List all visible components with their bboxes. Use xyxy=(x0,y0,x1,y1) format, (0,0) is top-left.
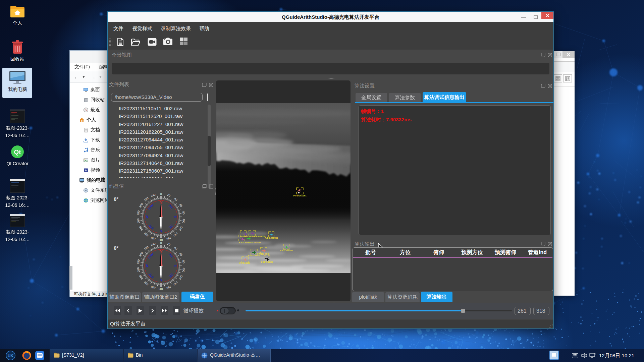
svg-text:300: 300 xyxy=(139,251,144,257)
svg-text:100: 100 xyxy=(181,267,185,273)
svg-text:P:0 D:261/261: P:0 D:261/261 xyxy=(293,195,307,197)
svg-text:Qt: Qt xyxy=(14,148,21,156)
svg-text:300: 300 xyxy=(139,202,144,208)
svg-text:160: 160 xyxy=(166,236,172,241)
svg-text:UK: UK xyxy=(8,354,14,358)
svg-text:180: 180 xyxy=(159,287,163,291)
svg-text:SW: SW xyxy=(148,273,155,280)
svg-text:SW: SW xyxy=(148,224,155,231)
svg-text:E: E xyxy=(173,264,177,267)
svg-text:340: 340 xyxy=(150,242,156,246)
svg-text:P:2 D:60/61: P:2 D:60/61 xyxy=(239,262,251,264)
svg-text:140: 140 xyxy=(173,232,179,237)
svg-text:P:11 D:11/13: P:11 D:11/13 xyxy=(248,254,260,256)
svg-text:20: 20 xyxy=(167,242,171,246)
svg-text:60: 60 xyxy=(179,252,183,256)
svg-text:P:2 D:261/261: P:2 D:261/261 xyxy=(280,249,293,251)
svg-text:NE: NE xyxy=(168,252,174,259)
svg-text:320: 320 xyxy=(143,245,149,251)
svg-text:240: 240 xyxy=(139,274,144,280)
svg-text:P:1 D:228/261: P:1 D:228/261 xyxy=(265,237,278,239)
svg-text:SE: SE xyxy=(168,224,174,230)
svg-text:120: 120 xyxy=(178,275,183,281)
svg-text:200: 200 xyxy=(150,236,156,241)
svg-text:80: 80 xyxy=(182,211,186,215)
svg-text:P:3 D:44/45: P:3 D:44/45 xyxy=(259,253,270,255)
svg-text:200: 200 xyxy=(150,285,156,290)
svg-text:60: 60 xyxy=(179,203,183,207)
svg-text:P:12 D:20/20: P:12 D:20/20 xyxy=(261,261,273,263)
svg-text:340: 340 xyxy=(150,193,156,197)
svg-text:0: 0 xyxy=(160,241,162,245)
svg-text:NW: NW xyxy=(147,252,155,259)
svg-text:W: W xyxy=(145,264,149,268)
svg-text:20: 20 xyxy=(167,193,171,197)
svg-text:80: 80 xyxy=(182,260,186,264)
svg-text:140: 140 xyxy=(173,281,179,286)
svg-text:E: E xyxy=(173,216,177,218)
svg-text:320: 320 xyxy=(143,196,149,202)
svg-text:260: 260 xyxy=(136,267,140,273)
svg-text:280: 280 xyxy=(136,259,140,264)
svg-text:220: 220 xyxy=(143,232,149,237)
svg-text:NW: NW xyxy=(147,203,155,210)
svg-text:NE: NE xyxy=(168,203,174,210)
svg-text:280: 280 xyxy=(136,210,140,216)
svg-text:220: 220 xyxy=(143,281,149,286)
svg-text:0: 0 xyxy=(160,192,162,196)
svg-text:100: 100 xyxy=(181,218,185,224)
svg-text:160: 160 xyxy=(166,285,172,290)
svg-text:SE: SE xyxy=(168,273,174,279)
svg-text:240: 240 xyxy=(139,225,144,231)
svg-text:P:6 D:28/380 D:228/261: P:6 D:28/380 D:228/261 xyxy=(239,241,261,243)
svg-text:W: W xyxy=(145,215,149,219)
svg-text:120: 120 xyxy=(178,226,183,232)
svg-text:260: 260 xyxy=(136,218,140,224)
svg-text:P:4 D:17/18 P:9 0:65/119: P:4 D:17/18 P:9 0:65/119 xyxy=(243,235,266,237)
